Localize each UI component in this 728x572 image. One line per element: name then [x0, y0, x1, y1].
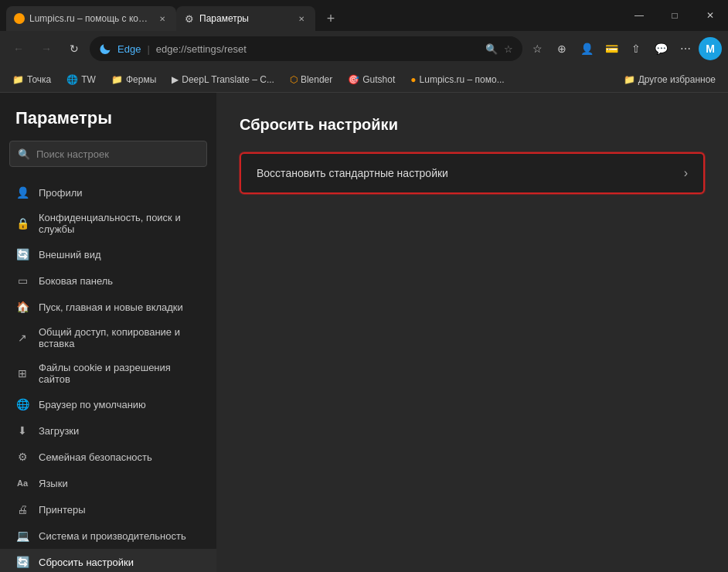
minimize-button[interactable]: — [621, 0, 657, 31]
sidebar-item-sidebar-panel-label: Боковая панель [39, 275, 113, 287]
bookmark-blender-label: Blender [301, 74, 332, 85]
share-icon[interactable]: ⇧ [624, 37, 648, 60]
address-brand: Edge [117, 43, 141, 55]
reset-card-chevron-icon: › [684, 166, 688, 180]
address-search-icon: 🔍 [485, 43, 498, 55]
sidebar-item-reset-label: Сбросить настройки [39, 557, 134, 568]
sharing-icon: ↗ [15, 331, 29, 345]
reset-card[interactable]: Восстановить стандартные настройки › [240, 152, 705, 194]
start-icon: 🏠 [15, 300, 29, 314]
search-placeholder: Поиск настроек [36, 148, 109, 160]
sidebar-item-appearance[interactable]: 🔄 Внешний вид [0, 241, 216, 267]
main-content: Параметры 🔍 Поиск настроек 👤 Профили 🔒 К… [0, 93, 728, 572]
close-button[interactable]: ✕ [692, 0, 728, 31]
tab-settings[interactable]: ⚙ Параметры ✕ [176, 6, 315, 31]
bookmark-fermy[interactable]: 📁 Фермы [105, 72, 162, 87]
tab-settings-close[interactable]: ✕ [295, 12, 308, 25]
reset-icon: 🔄 [15, 555, 29, 569]
address-separator: | [147, 43, 149, 55]
bookmark-blender[interactable]: ⬡ Blender [284, 72, 338, 87]
tab-settings-title: Параметры [199, 13, 291, 24]
new-tab-button[interactable]: + [318, 6, 343, 31]
bookmark-tw[interactable]: 🌐 TW [60, 72, 102, 87]
sidebar-title: Параметры [0, 108, 216, 141]
nav-bar: ← → ↻ Edge | edge://settings/reset 🔍 ☆ ☆… [0, 31, 728, 66]
bookmark-lumpics-label: Lumpics.ru – помо... [420, 74, 505, 85]
sidebar-item-privacy[interactable]: 🔒 Конфиденциальность, поиск и службы [0, 206, 216, 241]
bookmark-other-label: Другое избранное [638, 74, 716, 85]
wallet-icon[interactable]: 💳 [600, 37, 623, 60]
bookmarks-bar: 📁 Точка 🌐 TW 📁 Фермы ▶ DeepL Translate –… [0, 66, 728, 93]
printers-icon: 🖨 [15, 502, 29, 516]
edge-copilot-icon[interactable]: M [699, 37, 722, 60]
sidebar-item-cookies[interactable]: ⊞ Файлы cookie и разрешения сайтов [0, 356, 216, 391]
bookmark-tw-label: TW [81, 74, 96, 85]
privacy-icon: 🔒 [15, 216, 29, 230]
sidebar-item-default-browser-label: Браузер по умолчанию [39, 399, 146, 410]
bookmark-deepl-icon: ▶ [172, 74, 179, 85]
sidebar-item-printers-label: Принтеры [39, 504, 86, 516]
sidebar-item-start[interactable]: 🏠 Пуск, главная и новые вкладки [0, 294, 216, 320]
sidebar-item-printers[interactable]: 🖨 Принтеры [0, 496, 216, 523]
maximize-button[interactable]: □ [657, 0, 692, 31]
tab-lumpics-close[interactable]: ✕ [156, 12, 168, 25]
bookmark-gutshot-label: Gutshot [362, 74, 395, 85]
search-icon: 🔍 [18, 148, 30, 160]
feedback-icon[interactable]: 💬 [649, 37, 672, 60]
sidebar-item-family[interactable]: ⚙ Семейная безопасность [0, 444, 216, 470]
sidebar-item-sharing-label: Общий доступ, копирование и вставка [39, 326, 204, 349]
collections-icon[interactable]: ⊕ [550, 37, 573, 60]
forward-button[interactable]: → [34, 36, 59, 61]
default-browser-icon: 🌐 [15, 397, 29, 411]
appearance-icon: 🔄 [15, 247, 29, 261]
sidebar-item-downloads[interactable]: ⬇ Загрузки [0, 417, 216, 444]
sidebar-item-start-label: Пуск, главная и новые вкладки [39, 301, 183, 313]
bookmark-tw-icon: 🌐 [66, 74, 78, 85]
favorites-icon[interactable]: ☆ [526, 37, 549, 60]
window-controls: — □ ✕ [621, 0, 728, 31]
settings-icon[interactable]: ⋯ [674, 37, 697, 60]
title-bar: Lumpics.ru – помощь с компьюте... ✕ ⚙ Па… [0, 0, 728, 31]
bookmark-other-icon: 📁 [624, 74, 635, 85]
languages-icon: Aa [15, 476, 29, 490]
sidebar-item-profiles-label: Профили [39, 187, 83, 199]
bookmark-lumpics[interactable]: ● Lumpics.ru – помо... [404, 72, 510, 87]
tab-settings-favicon: ⚙ [184, 13, 195, 24]
back-button[interactable]: ← [6, 36, 31, 61]
bookmark-gutshot-icon: 🎯 [348, 74, 359, 85]
bookmark-gutshot[interactable]: 🎯 Gutshot [342, 72, 401, 87]
sidebar-item-languages-label: Языки [39, 478, 68, 489]
bookmark-tochka-icon: 📁 [12, 74, 24, 85]
content-area: Сбросить настройки Восстановить стандарт… [216, 93, 728, 572]
bookmark-tochka[interactable]: 📁 Точка [6, 72, 57, 87]
sidebar-item-system-label: Система и производительность [39, 530, 186, 542]
sidebar-item-sharing[interactable]: ↗ Общий доступ, копирование и вставка [0, 320, 216, 356]
bookmark-lumpics-icon: ● [410, 74, 416, 85]
address-path: edge://settings/reset [156, 43, 247, 55]
profile-icon[interactable]: 👤 [575, 37, 598, 60]
reset-card-label: Восстановить стандартные настройки [257, 167, 448, 179]
bookmark-fermy-label: Фермы [126, 74, 156, 85]
sidebar-item-reset[interactable]: 🔄 Сбросить настройки [0, 549, 216, 572]
profiles-icon: 👤 [15, 186, 29, 199]
refresh-button[interactable]: ↻ [62, 36, 87, 61]
sidebar-item-system[interactable]: 💻 Система и производительность [0, 523, 216, 549]
bookmark-other[interactable]: 📁 Другое избранное [617, 72, 722, 87]
sidebar-item-sidebar-panel[interactable]: ▭ Боковая панель [0, 267, 216, 294]
address-star-icon[interactable]: ☆ [504, 43, 513, 55]
sidebar-panel-icon: ▭ [15, 274, 29, 288]
sidebar-item-profiles[interactable]: 👤 Профили [0, 179, 216, 206]
bookmark-blender-icon: ⬡ [290, 74, 298, 85]
bookmark-deepl-label: DeepL Translate – С... [182, 74, 274, 85]
address-bar[interactable]: Edge | edge://settings/reset 🔍 ☆ [90, 36, 522, 61]
tab-strip: Lumpics.ru – помощь с компьюте... ✕ ⚙ Па… [0, 0, 621, 31]
bookmark-deepl[interactable]: ▶ DeepL Translate – С... [165, 72, 281, 87]
tab-lumpics-favicon [14, 13, 25, 24]
content-title: Сбросить настройки [240, 116, 705, 134]
tab-lumpics[interactable]: Lumpics.ru – помощь с компьюте... ✕ [6, 6, 176, 31]
sidebar-item-default-browser[interactable]: 🌐 Браузер по умолчанию [0, 391, 216, 417]
sidebar-item-downloads-label: Загрузки [39, 425, 79, 437]
search-box[interactable]: 🔍 Поиск настроек [9, 141, 207, 167]
sidebar-item-languages[interactable]: Aa Языки [0, 470, 216, 496]
nav-right-icons: ☆ ⊕ 👤 💳 ⇧ 💬 ⋯ M [526, 37, 722, 60]
